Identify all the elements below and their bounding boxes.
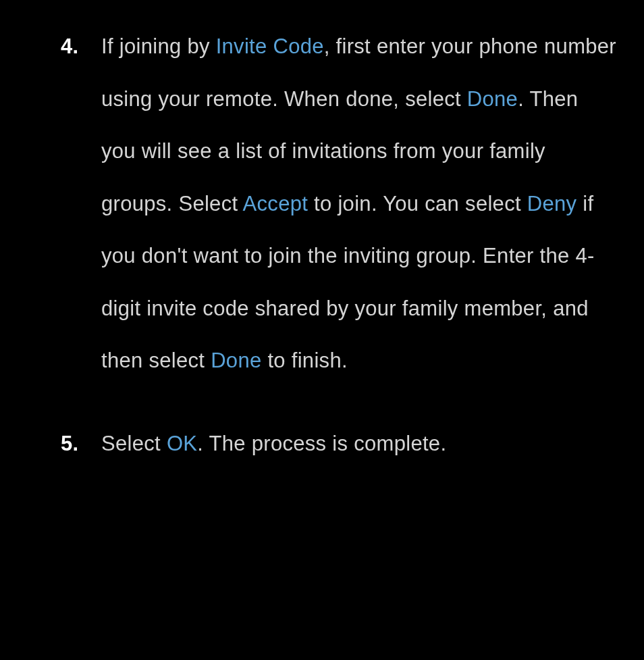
step-4-text-6: to finish.: [261, 349, 347, 372]
instruction-list: If joining by Invite Code, first enter y…: [61, 20, 617, 469]
step-4: If joining by Invite Code, first enter y…: [61, 20, 617, 387]
highlight-done-1: Done: [467, 87, 518, 111]
highlight-deny: Deny: [527, 192, 577, 215]
step-5-text-1: Select: [101, 432, 167, 455]
step-4-text-1: If joining by: [101, 34, 216, 58]
step-5: Select OK. The process is complete.: [61, 417, 617, 470]
highlight-invite-code: Invite Code: [216, 34, 324, 58]
step-4-text-5: if you don't want to join the inviting g…: [101, 192, 595, 373]
step-4-text-4: to join. You can select: [308, 192, 527, 215]
step-5-text-2: . The process is complete.: [197, 432, 446, 455]
highlight-done-2: Done: [211, 349, 261, 372]
highlight-ok: OK: [167, 432, 197, 455]
highlight-accept: Accept: [243, 192, 308, 215]
